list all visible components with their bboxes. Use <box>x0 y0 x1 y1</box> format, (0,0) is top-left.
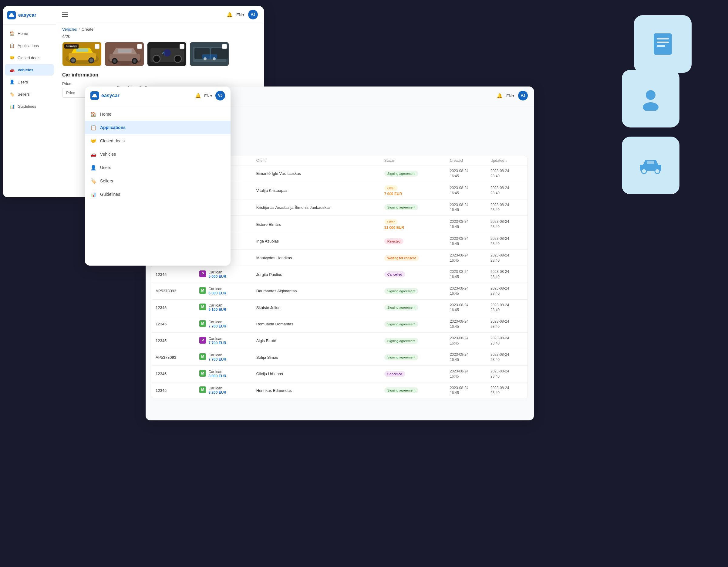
table-row[interactable]: 12345 P Car loan 5 000 EUR Jurgita Pauli… <box>152 266 527 283</box>
right-panel-lang[interactable]: EN ▾ <box>506 93 514 98</box>
client-name: Mantvydas Henrikas <box>256 255 292 260</box>
svg-rect-3 <box>657 45 665 47</box>
language-selector[interactable]: EN ▾ <box>236 12 244 17</box>
table-row[interactable]: 12345 M Car loan 9 100 EUR Skaistė Juliu… <box>152 299 527 316</box>
nav-overlay-lang[interactable]: EN ▾ <box>204 93 212 98</box>
sidebar-item-home-label: Home <box>18 31 28 36</box>
client-name: Romualda Domantas <box>256 322 293 326</box>
topbar-left <box>62 12 68 17</box>
sidebar-item-guidelines-label: Guidelines <box>18 104 36 109</box>
gallery-image-1[interactable]: Primary <box>62 42 102 66</box>
cell-status: Signing agreement <box>381 199 446 216</box>
cell-id: 12345 <box>152 382 196 399</box>
status-badge: Signing agreement <box>384 338 418 344</box>
sidebar-item-users[interactable]: 👤 Users <box>5 76 54 88</box>
nav-overlay-guidelines[interactable]: 📊 Guidelines <box>85 187 231 201</box>
gallery-image-4[interactable] <box>190 42 229 66</box>
cell-created: 2023-08-2416:45 <box>446 366 487 382</box>
cell-updated: 2023-08-2423:40 <box>487 316 527 333</box>
cell-updated: 2023-08-2423:40 <box>487 199 527 216</box>
sidebar-item-applications[interactable]: 📋 Applications <box>5 40 54 51</box>
sidebar-item-sellers[interactable]: 🏷️ Sellers <box>5 88 54 100</box>
sidebar-item-guidelines[interactable]: 📊 Guidelines <box>5 100 54 112</box>
user-avatar[interactable]: VJ <box>248 10 258 19</box>
document-icon <box>651 32 675 56</box>
hamburger-menu[interactable] <box>62 12 68 17</box>
table-row[interactable]: AP5373093 M Car loan 6 000 EUR Daumantas… <box>152 282 527 299</box>
person-icon <box>639 86 663 111</box>
breadcrumb-current: Create <box>82 27 93 32</box>
car-info-title: Car information <box>62 72 258 78</box>
updated-date: 2023-08-2423:40 <box>490 303 524 313</box>
product-name: Car loan <box>208 386 226 390</box>
nav-overlay-sellers[interactable]: 🏷️ Sellers <box>85 174 231 187</box>
image-checkbox-3[interactable] <box>180 44 184 49</box>
home-icon: 🏠 <box>9 31 15 36</box>
breadcrumb-parent[interactable]: Vehicles <box>62 27 77 32</box>
cell-status: Offer11 000 EUR <box>381 216 446 233</box>
nav-overlay-home[interactable]: 🏠 Home <box>85 107 231 121</box>
product-type-icon: P <box>199 337 206 344</box>
svg-point-19 <box>89 59 93 62</box>
cell-created: 2023-08-2416:45 <box>446 333 487 349</box>
nav-overlay-chevron: ▾ <box>210 93 212 98</box>
breadcrumb: Vehicles / Create <box>56 23 264 34</box>
table-row[interactable]: 12345 M Car loan 7 700 EUR Romualda Doma… <box>152 316 527 333</box>
right-panel-bell[interactable]: 🔔 <box>497 93 503 99</box>
cell-status: Signing agreement <box>381 333 446 349</box>
image-checkbox-1[interactable] <box>95 44 99 49</box>
cell-product: P Car loan 5 000 EUR <box>196 266 252 283</box>
created-date: 2023-08-2416:45 <box>450 303 483 313</box>
svg-point-43 <box>93 97 94 98</box>
cell-created: 2023-08-2416:45 <box>446 282 487 299</box>
applications-icon: 📋 <box>9 43 15 48</box>
nav-overlay-closed-deals[interactable]: 🤝 Closed deals <box>85 134 231 147</box>
status-badge: Signing agreement <box>384 170 418 177</box>
product-type-icon: M <box>199 320 206 327</box>
cell-client: Vitalija Kristuapas <box>253 182 381 199</box>
nav-overlay-users[interactable]: 👤 Users <box>85 161 231 174</box>
sidebar-logo: easycar <box>3 6 56 25</box>
cell-status: Signing agreement <box>381 282 446 299</box>
image-checkbox-2[interactable] <box>137 44 142 49</box>
status-badge: Signing agreement <box>384 354 418 360</box>
client-name: Skaistė Julius <box>256 306 280 310</box>
right-panel-avatar[interactable]: VJ <box>518 91 528 100</box>
nav-overlay-topbar: easycar 🔔 EN ▾ VJ <box>85 86 231 105</box>
svg-point-32 <box>174 55 181 62</box>
table-row[interactable]: 12345 M Car loan 8 000 EUR Olivija Urbon… <box>152 366 527 382</box>
cell-client: Mantvydas Henrikas <box>253 249 381 266</box>
table-row[interactable]: 12345 P Car loan 7 700 EUR Algis BirutėS… <box>152 333 527 349</box>
client-name: Henrikas Edmundas <box>256 388 292 393</box>
product-amount: 8 200 EUR <box>208 390 226 395</box>
sidebar: easycar 🏠 Home 📋 Applications 🤝 Closed d… <box>3 6 56 197</box>
image-checkbox-4[interactable] <box>222 44 227 49</box>
nav-overlay-avatar[interactable]: VJ <box>215 91 225 100</box>
nav-overlay-bell[interactable]: 🔔 <box>195 93 201 99</box>
gallery-image-3[interactable]: ⏱ <box>147 42 187 66</box>
updated-date: 2023-08-2423:40 <box>490 236 524 246</box>
nav-overlay-applications[interactable]: 📋 Applications <box>85 121 231 134</box>
client-name: Eimanté Iglé Vasiliauskas <box>256 171 301 176</box>
product-amount: 6 000 EUR <box>208 291 226 295</box>
sidebar-item-vehicles[interactable]: 🚗 Vehicles <box>5 64 54 76</box>
cell-client: Henrikas Edmundas <box>253 382 381 399</box>
sidebar-item-closed-deals[interactable]: 🤝 Closed deals <box>5 52 54 63</box>
notification-bell[interactable]: 🔔 <box>227 12 233 18</box>
svg-text:⏱: ⏱ <box>162 52 165 55</box>
product-name: Car loan <box>208 303 226 308</box>
image-gallery: Primary <box>62 42 258 66</box>
car-icon <box>639 157 663 174</box>
cell-created: 2023-08-2416:45 <box>446 233 487 250</box>
nav-overlay-vehicles[interactable]: 🚗 Vehicles <box>85 147 231 161</box>
svg-point-25 <box>113 59 116 63</box>
nav-vehicles-label: Vehicles <box>100 152 116 157</box>
sidebar-item-home[interactable]: 🏠 Home <box>5 28 54 39</box>
table-row[interactable]: AP5373093 M Car loan 7 700 EUR Sofija Si… <box>152 349 527 366</box>
cell-client: Olivija Urbonas <box>253 366 381 382</box>
right-panel-right: 🔔 EN ▾ VJ <box>497 91 528 100</box>
cell-created: 2023-08-2416:45 <box>446 349 487 366</box>
table-row[interactable]: 12345 M Car loan 8 200 EUR Henrikas Edmu… <box>152 382 527 399</box>
gallery-image-2[interactable] <box>105 42 144 66</box>
image-section: 4/20 <box>56 34 264 70</box>
